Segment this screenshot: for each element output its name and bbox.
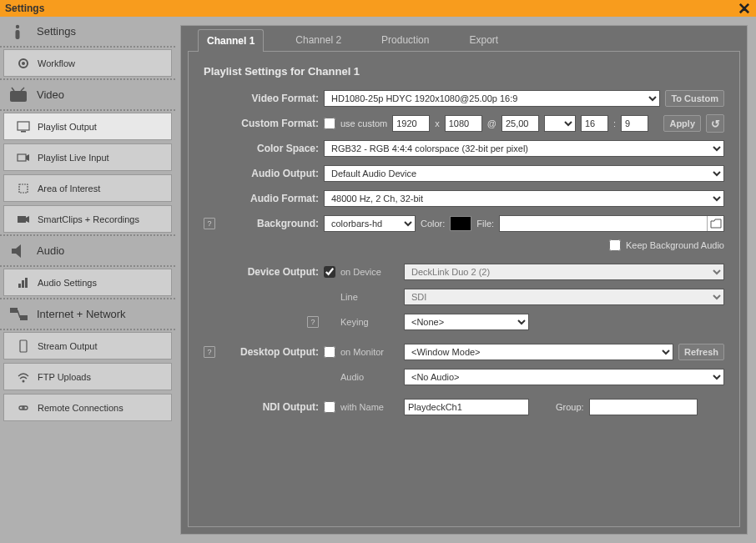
label-video-format: Video Format: [219, 93, 319, 104]
svg-point-3 [22, 62, 25, 65]
apply-button[interactable]: Apply [663, 115, 701, 132]
label-audio: Audio [340, 372, 399, 382]
label-custom-format: Custom Format: [219, 118, 319, 129]
label-color: Color: [421, 219, 445, 229]
on-device-checkbox[interactable] [324, 266, 335, 278]
device-select[interactable]: DeckLink Duo 2 (2) [404, 264, 724, 280]
help-icon[interactable]: ? [204, 218, 215, 229]
close-icon[interactable]: ✕ [738, 0, 751, 18]
monitor-icon [16, 119, 31, 134]
svg-rect-7 [18, 122, 29, 130]
svg-rect-16 [22, 280, 24, 288]
color-space-select[interactable]: RGB32 - RGB 4:4:4 colorspace (32-bit per… [324, 140, 724, 157]
label-keep-bg-audio: Keep Background Audio [626, 240, 724, 250]
video-format-select[interactable]: HD1080-25p HDYC 1920x1080@25.00p 16:9 [324, 90, 660, 107]
sidebar-item-playlist-output[interactable]: Playlist Output [3, 113, 172, 140]
sidebar-item-smartclips[interactable]: SmartClips + Recordings [3, 205, 172, 233]
record-icon [16, 212, 31, 227]
line-select[interactable]: SDI [404, 289, 724, 305]
label-file: File: [476, 219, 494, 229]
audio-format-select[interactable]: 48000 Hz, 2 Ch, 32-bit [324, 190, 724, 207]
svg-line-5 [12, 88, 14, 91]
keying-select[interactable]: <None> [404, 314, 529, 330]
svg-point-0 [16, 24, 19, 28]
sidebar-item-aoi[interactable]: Area of Interest [3, 174, 172, 202]
help-icon[interactable]: ? [204, 346, 215, 358]
sidebar-header-inet: Internet + Network [0, 299, 175, 329]
custom-width-input[interactable] [392, 115, 430, 132]
gear-icon [16, 56, 31, 71]
label-line: Line [340, 292, 399, 302]
bars-icon [16, 275, 31, 290]
monitor-audio-select[interactable]: <No Audio> [404, 369, 724, 385]
sidebar-item-stream-output[interactable]: Stream Output [3, 332, 172, 359]
refresh-button[interactable]: Refresh [678, 344, 724, 360]
color-swatch[interactable] [450, 216, 471, 231]
keep-bg-audio-checkbox[interactable] [609, 239, 621, 251]
sidebar-header-video: Video [0, 80, 175, 109]
svg-marker-14 [12, 244, 21, 258]
svg-marker-13 [26, 216, 29, 223]
label-group: Group: [556, 402, 584, 412]
sidebar: Settings Workflow Video Playlist Output … [0, 17, 175, 543]
sidebar-item-workflow[interactable]: Workflow [3, 49, 172, 77]
ndi-with-name-checkbox[interactable] [324, 401, 335, 413]
camera-icon [16, 150, 31, 165]
sidebar-item-audio-settings[interactable]: Audio Settings [3, 269, 172, 296]
info-icon [8, 22, 30, 42]
network-icon [8, 304, 30, 324]
titlebar: Settings ✕ [0, 0, 756, 17]
label-ndi-output: NDI Output: [219, 401, 319, 413]
svg-rect-12 [18, 216, 26, 223]
background-select[interactable]: colorbars-hd [324, 215, 416, 232]
label-audio-format: Audio Format: [219, 193, 319, 204]
svg-line-6 [21, 88, 24, 91]
svg-rect-4 [10, 91, 27, 102]
background-file-input[interactable] [500, 216, 707, 231]
label-with-name: with Name [340, 402, 399, 412]
monitor-select[interactable]: <Window Mode> [404, 344, 673, 360]
to-custom-button[interactable]: To Custom [665, 90, 724, 107]
on-monitor-checkbox[interactable] [324, 346, 335, 358]
link-icon [16, 400, 31, 415]
svg-rect-11 [19, 184, 28, 193]
custom-height-input[interactable] [445, 115, 482, 132]
audio-output-select[interactable]: Default Audio Device [324, 165, 724, 182]
custom-scan-select[interactable]: p [544, 115, 576, 132]
use-custom-checkbox[interactable] [324, 118, 335, 129]
ndi-group-input[interactable] [589, 399, 698, 415]
svg-rect-19 [20, 315, 28, 320]
label-audio-output: Audio Output: [219, 168, 319, 179]
label-background: Background: [219, 218, 319, 229]
custom-ar2-input[interactable] [621, 115, 648, 132]
crop-icon [16, 181, 31, 196]
sidebar-item-remote[interactable]: Remote Connections [3, 394, 172, 421]
sidebar-header-audio: Audio [0, 236, 175, 265]
tab-export[interactable]: Export [461, 29, 507, 51]
tab-channel-2[interactable]: Channel 2 [287, 29, 350, 51]
tab-production[interactable]: Production [373, 29, 437, 51]
label-color-space: Color Space: [219, 143, 319, 154]
label-device-output: Device Output: [219, 266, 319, 278]
svg-rect-1 [16, 30, 20, 39]
tab-channel-1[interactable]: Channel 1 [198, 29, 264, 52]
phone-icon [16, 339, 31, 354]
svg-point-22 [23, 380, 25, 382]
svg-rect-17 [25, 278, 28, 288]
help-icon[interactable]: ? [307, 316, 319, 328]
label-desktop-output: Desktop Output: [219, 346, 319, 358]
svg-rect-21 [20, 340, 27, 352]
revert-button[interactable]: ↺ [706, 114, 724, 133]
svg-rect-9 [18, 154, 26, 161]
svg-marker-10 [26, 154, 29, 161]
ndi-name-input[interactable] [404, 399, 529, 415]
label-keying: Keying [340, 317, 399, 327]
speaker-icon [8, 241, 30, 261]
custom-rate-input[interactable] [501, 115, 539, 132]
sidebar-item-playlist-live[interactable]: Playlist Live Input [3, 143, 172, 171]
label-on-device: on Device [340, 267, 399, 277]
custom-ar1-input[interactable] [581, 115, 608, 132]
svg-rect-8 [21, 131, 26, 133]
folder-icon[interactable] [707, 216, 723, 231]
sidebar-item-ftp[interactable]: FTP Uploads [3, 363, 172, 390]
